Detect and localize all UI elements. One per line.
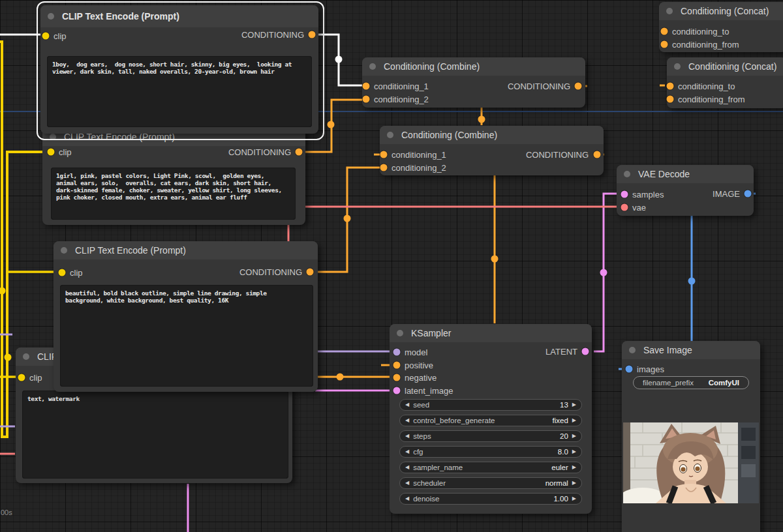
collapse-dot[interactable] (50, 134, 56, 140)
decrement-arrow-icon[interactable] (405, 449, 409, 454)
collapse-dot[interactable] (666, 8, 673, 14)
input-port-conditioning-to[interactable] (661, 28, 668, 35)
node-save-image[interactable]: Save Image images filename_prefix ComfyU… (622, 341, 760, 532)
node-conditioning-concat-1[interactable]: Conditioning (Concat) conditioning_to co… (659, 2, 783, 52)
increment-arrow-icon[interactable] (572, 402, 576, 407)
output-label: CONDITIONING (526, 150, 589, 160)
input-port-clip[interactable] (48, 149, 55, 156)
node-conditioning-combine-2[interactable]: Conditioning (Combine) conditioning_1 co… (380, 126, 604, 175)
input-port-clip[interactable] (42, 33, 50, 40)
input-port-conditioning-from[interactable] (667, 96, 674, 103)
input-label: latent_image (405, 386, 453, 396)
widget-sampler-name[interactable]: sampler_name euler (399, 462, 582, 473)
collapse-dot[interactable] (629, 347, 636, 353)
input-port-conditioning-1[interactable] (363, 83, 370, 90)
input-port-images[interactable] (626, 366, 633, 373)
output-label: CONDITIONING (239, 267, 302, 277)
input-label: conditioning_1 (392, 150, 446, 160)
decrement-arrow-icon[interactable] (405, 402, 409, 407)
node-title: Conditioning (Concat) (688, 61, 776, 72)
collapse-dot[interactable] (23, 353, 29, 360)
widget-seed[interactable]: seed 13 (399, 399, 582, 411)
input-label: samples (632, 190, 664, 200)
node-title: Save Image (643, 345, 692, 355)
input-port-negative[interactable] (393, 374, 401, 381)
increment-arrow-icon[interactable] (572, 434, 576, 439)
input-port-positive[interactable] (393, 362, 401, 369)
node-clip-text-encode-1[interactable]: CLIP Text Encode (Prompt) clip CONDITION… (40, 5, 318, 134)
output-port-conditioning[interactable] (309, 31, 316, 38)
widget-denoise[interactable]: denoise 1.00 (399, 493, 582, 505)
prompt-textarea[interactable]: beautiful, bold black outline, simple li… (60, 285, 313, 387)
prompt-textarea[interactable]: 1boy, dog ears, dog nose, short hair, sk… (47, 56, 312, 127)
input-label: negative (405, 373, 437, 383)
input-port-samples[interactable] (621, 191, 628, 198)
prompt-textarea[interactable]: 1girl, pink, pastel colors, Light Pink, … (51, 168, 296, 220)
collapse-dot[interactable] (397, 330, 403, 336)
collapse-dot[interactable] (387, 132, 393, 138)
link-midpoint-dot (688, 278, 696, 285)
input-port-vae[interactable] (621, 204, 628, 211)
output-label: LATENT (545, 347, 577, 357)
input-label: clip (29, 373, 42, 383)
increment-arrow-icon[interactable] (572, 418, 576, 423)
prompt-textarea[interactable]: text, watermark (22, 391, 288, 479)
output-port-conditioning[interactable] (594, 151, 601, 158)
output-label: CONDITIONING (228, 147, 291, 157)
input-port-clip[interactable] (59, 269, 66, 276)
output-port-image[interactable] (745, 190, 752, 198)
output-label: CONDITIONING (241, 30, 304, 40)
widget-control-before-generate[interactable]: control_before_generate fixed (399, 415, 582, 426)
decrement-arrow-icon[interactable] (405, 496, 409, 501)
input-port-conditioning-to[interactable] (667, 83, 674, 90)
node-ksampler[interactable]: KSampler model positive negative latent_… (390, 324, 592, 514)
increment-arrow-icon[interactable] (572, 496, 576, 501)
decrement-arrow-icon[interactable] (405, 465, 409, 470)
input-port-model[interactable] (393, 349, 401, 356)
input-label: conditioning_from (672, 40, 739, 50)
link-midpoint-dot (0, 288, 6, 295)
widget-steps[interactable]: steps 20 (399, 430, 582, 442)
output-port-conditioning[interactable] (296, 149, 303, 156)
node-title: CLIP Text Encode (Prompt) (75, 245, 186, 256)
increment-arrow-icon[interactable] (572, 449, 576, 454)
collapse-dot[interactable] (48, 13, 54, 20)
output-label: CONDITIONING (508, 81, 570, 91)
input-port-conditioning-from[interactable] (661, 41, 668, 48)
node-conditioning-concat-2[interactable]: Conditioning (Concat) conditioning_to co… (667, 57, 783, 108)
decrement-arrow-icon[interactable] (405, 480, 409, 486)
collapse-dot[interactable] (624, 171, 630, 177)
input-label: conditioning_1 (374, 81, 429, 91)
increment-arrow-icon[interactable] (572, 465, 576, 470)
input-port-clip[interactable] (18, 374, 25, 381)
input-port-conditioning-2[interactable] (380, 164, 388, 171)
widget-filename-prefix[interactable]: filename_prefix ComfyUI (633, 376, 749, 389)
node-clip-text-encode-3[interactable]: CLIP Text Encode (Prompt) clip CONDITION… (54, 241, 318, 392)
collapse-dot[interactable] (674, 63, 681, 70)
node-clip-text-encode-2[interactable]: CLIP Text Encode (Prompt) clip CONDITION… (42, 128, 305, 225)
node-title: Conditioning (Combine) (384, 61, 480, 72)
node-vae-decode[interactable]: VAE Decode samples vae IMAGE (617, 165, 754, 216)
collapse-dot[interactable] (369, 63, 376, 70)
output-port-latent[interactable] (582, 348, 589, 355)
widget-scheduler[interactable]: scheduler normal (399, 477, 582, 489)
input-label: conditioning_2 (392, 163, 446, 173)
collapse-dot[interactable] (61, 247, 67, 254)
increment-arrow-icon[interactable] (572, 480, 576, 486)
node-conditioning-combine-1[interactable]: Conditioning (Combine) conditioning_1 co… (362, 57, 585, 108)
output-port-conditioning[interactable] (575, 83, 582, 90)
link-midpoint-dot (335, 56, 343, 63)
link-midpoint-dot (328, 121, 335, 128)
decrement-arrow-icon[interactable] (405, 418, 409, 423)
input-port-latent-image[interactable] (393, 387, 401, 394)
widget-cfg[interactable]: cfg 8.0 (399, 446, 582, 458)
input-label: positive (405, 361, 433, 370)
input-port-conditioning-1[interactable] (380, 151, 388, 158)
input-label: conditioning_2 (374, 95, 429, 104)
input-label: vae (632, 203, 646, 213)
node-title: KSampler (411, 328, 451, 338)
input-port-conditioning-2[interactable] (363, 96, 370, 103)
node-graph-canvas[interactable]: 00s (0, 0, 783, 532)
decrement-arrow-icon[interactable] (405, 434, 409, 439)
output-port-conditioning[interactable] (307, 269, 314, 276)
